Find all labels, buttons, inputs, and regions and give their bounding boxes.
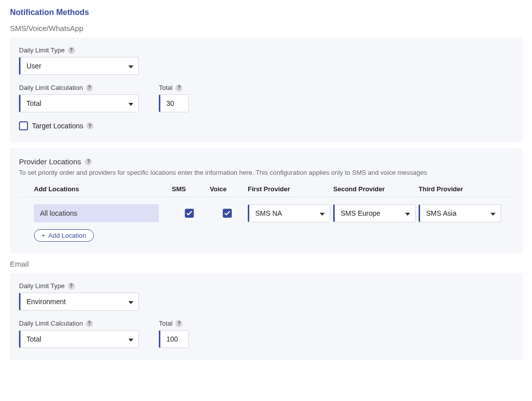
second-provider-select[interactable]: SMS Europe bbox=[333, 204, 416, 222]
col-second-provider: Second Provider bbox=[333, 185, 416, 193]
first-provider-select[interactable]: SMS NA bbox=[248, 204, 330, 222]
sms-checkbox[interactable] bbox=[185, 209, 194, 218]
page-title: Notification Methods bbox=[10, 8, 522, 17]
total-text: Total bbox=[159, 84, 172, 91]
help-icon[interactable]: ? bbox=[175, 320, 182, 327]
add-location-label: Add Location bbox=[48, 232, 86, 239]
provider-locations-title-text: Provider Locations bbox=[19, 157, 81, 166]
daily-limit-type-value: User bbox=[26, 62, 41, 70]
daily-limit-calc-text: Daily Limit Calculation bbox=[19, 84, 83, 91]
col-add-locations: Add Locations bbox=[34, 185, 169, 193]
email-subsection-label: Email bbox=[10, 260, 522, 268]
help-icon[interactable]: ? bbox=[68, 47, 75, 54]
provider-locations-desc: To set priority order and providers for … bbox=[19, 169, 513, 176]
email-total-label: Total ? bbox=[159, 320, 189, 327]
email-total-text: Total bbox=[159, 320, 172, 327]
email-daily-limit-type-select[interactable]: Environment bbox=[19, 293, 139, 311]
col-third-provider: Third Provider bbox=[419, 185, 501, 193]
provider-table-header: Add Locations SMS Voice First Provider S… bbox=[19, 183, 513, 197]
plus-icon: + bbox=[41, 232, 45, 239]
col-sms: SMS bbox=[172, 185, 207, 193]
help-icon[interactable]: ? bbox=[86, 320, 93, 327]
chevron-down-icon bbox=[405, 209, 410, 217]
daily-limit-calc-select[interactable]: Total bbox=[19, 94, 139, 112]
daily-limit-type-label: Daily Limit Type ? bbox=[19, 46, 139, 54]
provider-locations-title: Provider Locations ? bbox=[19, 157, 513, 166]
sms-panel: Daily Limit Type ? User Daily Limit Calc… bbox=[10, 37, 522, 142]
email-daily-limit-calc-value: Total bbox=[26, 335, 41, 343]
total-input[interactable] bbox=[159, 94, 189, 112]
help-icon[interactable]: ? bbox=[85, 158, 92, 165]
table-row: All locations SMS NA SMS Europe bbox=[19, 204, 513, 222]
third-provider-value: SMS Asia bbox=[426, 209, 457, 217]
email-total-input[interactable] bbox=[159, 330, 189, 348]
email-daily-limit-type-value: Environment bbox=[26, 298, 66, 306]
help-icon[interactable]: ? bbox=[86, 122, 93, 129]
email-panel: Daily Limit Type ? Environment Daily Lim… bbox=[10, 273, 522, 360]
target-locations-checkbox[interactable] bbox=[19, 121, 28, 130]
first-provider-value: SMS NA bbox=[255, 209, 282, 217]
add-location-button[interactable]: + Add Location bbox=[34, 229, 94, 242]
total-label: Total ? bbox=[159, 84, 189, 91]
daily-limit-calc-value: Total bbox=[26, 99, 41, 107]
chevron-down-icon bbox=[491, 209, 496, 217]
help-icon[interactable]: ? bbox=[68, 283, 75, 290]
email-daily-limit-type-label: Daily Limit Type ? bbox=[19, 282, 139, 290]
col-first-provider: First Provider bbox=[248, 185, 330, 193]
chevron-down-icon bbox=[128, 62, 133, 70]
email-daily-limit-type-text: Daily Limit Type bbox=[19, 282, 65, 290]
voice-checkbox[interactable] bbox=[223, 209, 232, 218]
chevron-down-icon bbox=[128, 335, 133, 343]
chevron-down-icon bbox=[128, 298, 133, 306]
daily-limit-type-text: Daily Limit Type bbox=[19, 46, 65, 54]
chevron-down-icon bbox=[320, 209, 325, 217]
email-daily-limit-calc-select[interactable]: Total bbox=[19, 330, 139, 348]
target-locations-label: Target Locations ? bbox=[32, 122, 93, 130]
provider-locations-panel: Provider Locations ? To set priority ord… bbox=[10, 148, 522, 254]
col-voice: Voice bbox=[210, 185, 245, 193]
sms-subsection-label: SMS/Voice/WhatsApp bbox=[10, 24, 522, 32]
third-provider-select[interactable]: SMS Asia bbox=[419, 204, 501, 222]
email-daily-limit-calc-label: Daily Limit Calculation ? bbox=[19, 320, 139, 327]
daily-limit-calc-label: Daily Limit Calculation ? bbox=[19, 84, 139, 91]
chevron-down-icon bbox=[128, 99, 133, 107]
daily-limit-type-select[interactable]: User bbox=[19, 57, 139, 75]
target-locations-text: Target Locations bbox=[32, 122, 83, 130]
second-provider-value: SMS Europe bbox=[341, 209, 380, 217]
location-cell[interactable]: All locations bbox=[34, 204, 159, 222]
help-icon[interactable]: ? bbox=[175, 84, 182, 91]
help-icon[interactable]: ? bbox=[86, 84, 93, 91]
email-daily-limit-calc-text: Daily Limit Calculation bbox=[19, 320, 83, 327]
